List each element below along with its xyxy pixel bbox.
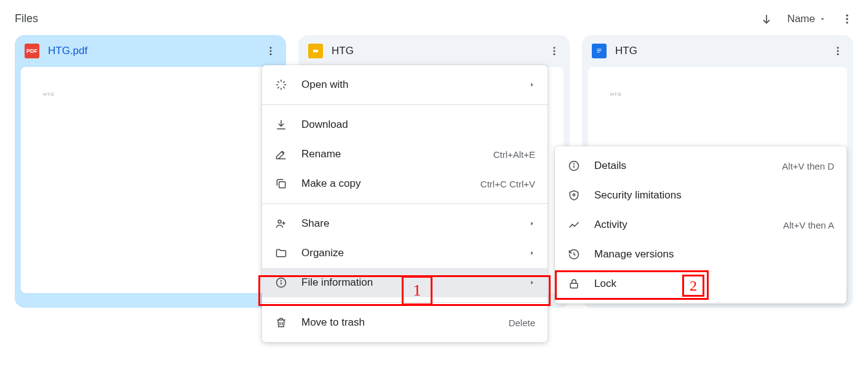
menu-label: Lock (594, 278, 616, 290)
info-icon (274, 276, 288, 289)
info-icon (567, 159, 581, 173)
menu-label: Download (301, 119, 348, 131)
folder-icon (274, 246, 288, 260)
menu-label: Rename (301, 148, 341, 160)
menu-shortcut: Ctrl+C Ctrl+V (480, 179, 535, 189)
submenu-manage-versions[interactable]: Manage versions (555, 240, 846, 269)
chevron-right-icon (529, 221, 535, 227)
menu-download[interactable]: Download (262, 110, 547, 139)
menu-label: Security limitations (594, 189, 682, 202)
svg-point-9 (554, 50, 555, 52)
file-more-button[interactable] (549, 45, 560, 57)
svg-point-8 (554, 47, 555, 49)
share-icon (274, 217, 288, 230)
lock-icon (567, 277, 581, 291)
svg-point-4 (270, 47, 272, 49)
submenu-lock[interactable]: Lock (555, 269, 846, 299)
menu-move-to-trash[interactable]: Move to trash Delete (262, 308, 547, 337)
file-name: HTG (332, 45, 540, 57)
file-card-header: PDF HTG.pdf (15, 35, 286, 67)
svg-point-3 (846, 22, 848, 23)
svg-point-21 (281, 280, 282, 281)
preview-text: HTG (610, 92, 621, 97)
svg-point-6 (270, 53, 272, 55)
pdf-icon: PDF (25, 44, 39, 58)
file-info-submenu: Details Alt+V then D Security limitation… (555, 146, 846, 303)
chevron-right-icon (529, 250, 535, 256)
preview-text: HTG (43, 92, 54, 97)
file-more-button[interactable] (832, 45, 843, 57)
menu-make-copy[interactable]: Make a copy Ctrl+C Ctrl+V (262, 169, 547, 198)
menu-label: Share (301, 217, 329, 230)
menu-shortcut: Ctrl+Alt+E (493, 149, 535, 160)
svg-point-24 (574, 163, 575, 164)
submenu-security[interactable]: Security limitations (555, 181, 846, 210)
sort-label: Name (787, 13, 815, 25)
menu-shortcut: Alt+V then D (782, 161, 834, 171)
file-card-header: HTG (582, 35, 853, 67)
menu-divider (262, 203, 547, 204)
header-actions: Name (760, 13, 853, 25)
copy-icon (274, 177, 288, 190)
menu-shortcut: Delete (509, 318, 535, 328)
annotation-number-1: 1 (402, 276, 432, 305)
menu-label: Make a copy (301, 178, 360, 190)
submenu-activity[interactable]: Activity Alt+V then A (555, 210, 846, 240)
svg-point-15 (837, 50, 839, 52)
svg-point-16 (837, 53, 839, 55)
files-title: Files (15, 12, 38, 25)
menu-label: File information (301, 276, 373, 289)
menu-label: Move to trash (301, 316, 365, 329)
sort-by-button[interactable]: Name (787, 13, 826, 25)
files-header: Files Name (0, 0, 868, 35)
more-options-button[interactable] (841, 13, 853, 25)
menu-label: Activity (594, 219, 627, 231)
history-icon (567, 248, 581, 261)
svg-point-5 (270, 50, 272, 52)
sort-direction-button[interactable] (760, 13, 773, 25)
svg-point-1 (846, 14, 848, 16)
file-preview: HTG (21, 67, 280, 293)
activity-icon (567, 218, 581, 232)
menu-shortcut: Alt+V then A (783, 220, 834, 230)
file-more-button[interactable] (265, 45, 276, 57)
file-name: HTG (615, 45, 824, 57)
menu-open-with[interactable]: Open with (262, 70, 547, 100)
svg-point-18 (278, 220, 281, 223)
svg-rect-7 (313, 50, 318, 52)
submenu-details[interactable]: Details Alt+V then D (555, 151, 846, 181)
svg-rect-12 (597, 50, 602, 51)
svg-point-25 (573, 194, 575, 196)
file-card-header: HTG (298, 35, 570, 67)
menu-share[interactable]: Share (262, 209, 547, 238)
menu-organize[interactable]: Organize (262, 238, 547, 268)
svg-rect-11 (597, 49, 602, 50)
file-card[interactable]: PDF HTG.pdf HTG (15, 35, 286, 308)
svg-point-10 (554, 53, 555, 55)
dropdown-icon (819, 15, 826, 23)
svg-rect-13 (597, 52, 600, 53)
menu-label: Manage versions (594, 248, 674, 260)
download-icon (274, 118, 288, 131)
chevron-right-icon (529, 82, 535, 88)
svg-rect-26 (570, 283, 578, 288)
chevron-right-icon (529, 280, 535, 286)
slides-icon (308, 44, 323, 58)
file-name: HTG.pdf (48, 45, 257, 57)
svg-point-14 (837, 47, 839, 49)
menu-divider (262, 104, 547, 105)
menu-label: Details (594, 160, 626, 172)
svg-rect-17 (279, 182, 285, 188)
trash-icon (274, 316, 288, 329)
open-with-icon (274, 78, 288, 92)
menu-label: Open with (301, 79, 349, 91)
menu-rename[interactable]: Rename Ctrl+Alt+E (262, 139, 547, 169)
svg-point-2 (846, 18, 848, 20)
shield-icon (567, 189, 581, 202)
doc-icon (592, 44, 607, 58)
menu-label: Organize (301, 247, 344, 259)
rename-icon (274, 147, 288, 161)
